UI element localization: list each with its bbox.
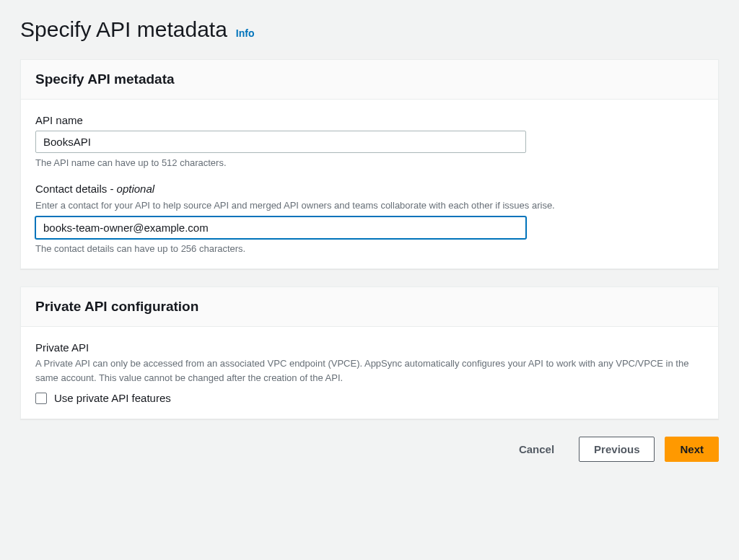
page-title: Specify API metadata: [20, 17, 227, 42]
contact-optional-text: optional: [113, 183, 154, 195]
next-button[interactable]: Next: [665, 437, 719, 462]
metadata-panel-title: Specify API metadata: [35, 71, 704, 87]
api-name-field-group: API name The API name can have up to 512…: [35, 114, 704, 168]
footer-actions: Cancel Previous Next: [20, 437, 719, 462]
cancel-button[interactable]: Cancel: [504, 437, 569, 461]
page-header: Specify API metadata Info: [20, 17, 719, 42]
api-name-input[interactable]: [35, 131, 526, 153]
api-name-label: API name: [35, 114, 704, 126]
contact-description: Enter a contact for your API to help sou…: [35, 199, 704, 212]
contact-label-text: Contact details -: [35, 183, 113, 195]
metadata-panel-body: API name The API name can have up to 512…: [21, 100, 718, 268]
private-api-panel: Private API configuration Private API A …: [20, 286, 719, 419]
private-api-heading: Private API: [35, 341, 704, 354]
private-api-description: A Private API can only be accessed from …: [35, 356, 704, 385]
api-name-hint: The API name can have up to 512 characte…: [35, 157, 704, 168]
metadata-panel: Specify API metadata API name The API na…: [20, 59, 719, 269]
private-api-checkbox-row: Use private API features: [35, 392, 704, 404]
private-api-panel-header: Private API configuration: [21, 287, 718, 327]
metadata-panel-header: Specify API metadata: [21, 60, 718, 100]
private-api-checkbox[interactable]: [35, 393, 47, 404]
previous-button[interactable]: Previous: [579, 437, 655, 462]
private-api-panel-title: Private API configuration: [35, 299, 704, 315]
private-api-checkbox-label[interactable]: Use private API features: [54, 392, 171, 404]
info-link[interactable]: Info: [236, 27, 255, 39]
contact-input[interactable]: [35, 216, 526, 239]
contact-hint: The contact details can have up to 256 c…: [35, 243, 704, 254]
private-api-panel-body: Private API A Private API can only be ac…: [21, 327, 718, 419]
contact-label: Contact details - optional: [35, 183, 704, 195]
contact-field-group: Contact details - optional Enter a conta…: [35, 183, 704, 254]
